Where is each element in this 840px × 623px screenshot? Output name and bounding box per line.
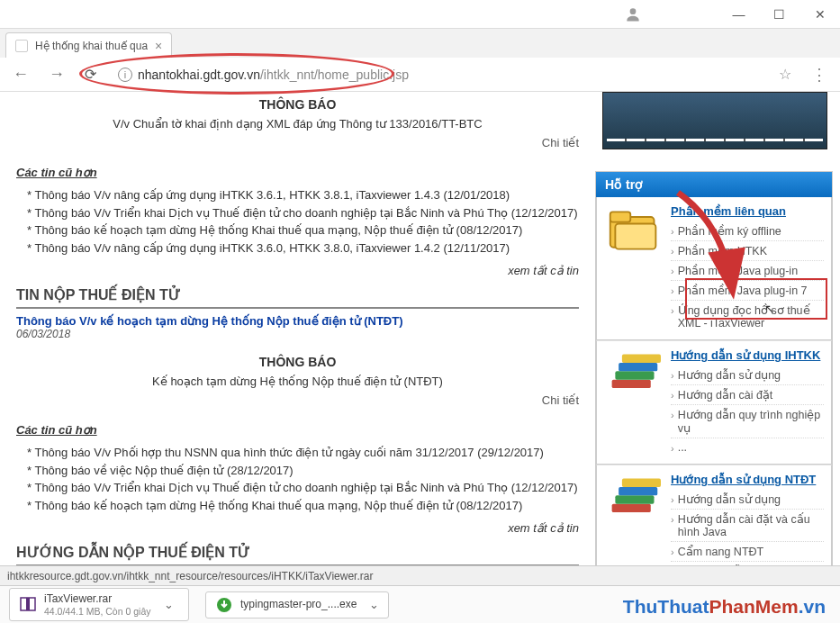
download-item[interactable]: typingmaster-pro_....exe ⌄ (205, 591, 389, 618)
support-heading: Hỗ trợ (596, 172, 832, 197)
forward-button[interactable]: → (43, 61, 70, 87)
featured-date: 06/03/2018 (16, 328, 579, 340)
chevron-right-icon: › (671, 285, 674, 296)
chevron-right-icon: › (671, 266, 674, 276)
sidebar-link[interactable]: ›Phần mềm ký offline (671, 221, 824, 240)
sidebar-link[interactable]: ›Cẩm nang NTĐT (671, 541, 824, 561)
featured-link[interactable]: Thông báo V/v kế hoạch tạm dừng Hệ thống… (16, 314, 579, 328)
browser-tab[interactable]: Hệ thống khai thuế qua × (5, 32, 172, 58)
close-button[interactable]: ✕ (799, 1, 840, 28)
svg-rect-8 (612, 504, 651, 512)
notice-heading: THÔNG BÁO (16, 97, 579, 112)
svg-rect-9 (615, 495, 654, 503)
svg-rect-5 (615, 371, 654, 379)
support-panel: Hỗ trợ Phần mềm liên quan ›Phần mềm ký o… (595, 171, 833, 565)
chevron-right-icon: › (671, 305, 674, 316)
list-item[interactable]: Thông báo kế hoạch tạm dừng Hệ thống Kha… (27, 497, 579, 515)
notice-body: Kế hoạch tạm dừng Hệ thống Nộp thuế điện… (16, 375, 579, 388)
support-block-guide-ntdt: Hướng dẫn sử dụng NTĐT ›Hướng dẫn sử dụn… (596, 465, 832, 565)
sidebar-link[interactable]: ›Hướng dẫn sử dụng (671, 366, 824, 384)
list-item[interactable]: Thông báo V/v nâng cấp ứng dụng iHTKK 3.… (27, 239, 579, 257)
list-item[interactable]: Thông báo V/v Triển khai Dịch vụ Thuế đi… (27, 204, 579, 222)
svg-rect-6 (619, 363, 657, 371)
back-button[interactable]: ← (7, 61, 34, 87)
svg-point-0 (630, 8, 637, 14)
section-heading: HƯỚNG DẪN NỘP THUẾ ĐIỆN TỬ (16, 544, 579, 565)
section-heading: TIN NỘP THUẾ ĐIỆN TỬ (16, 286, 579, 309)
window-titlebar: — ☐ ✕ (0, 0, 840, 29)
support-block-guide-ihtkk: Hướng dẫn sử dụng IHTKK ›Hướng dẫn sử dụ… (596, 340, 832, 465)
sidebar-link[interactable]: ›Hướng dẫn cài đặt và cấu hình Java (671, 509, 824, 541)
notice-heading: THÔNG BÁO (16, 355, 579, 369)
list-item[interactable]: Thông báo kế hoạch tạm dừng Hệ thống Kha… (27, 221, 579, 239)
chevron-right-icon: › (671, 226, 674, 237)
site-info-icon[interactable]: i (118, 68, 132, 82)
list-item[interactable]: Thông báo về việc Nộp thuế điện tử (28/1… (27, 462, 579, 480)
tab-close-icon[interactable]: × (155, 39, 162, 53)
list-item[interactable]: Thông báo V/v Phối hợp thu NSNN qua hình… (27, 444, 579, 462)
older-news-heading: Các tin cũ hơn (16, 423, 579, 437)
sidebar-link[interactable]: ›Phần mềm Java plug-in (671, 260, 824, 280)
address-bar: ← → ⟳ i nhantokhai.gdt.gov.vn/ihtkk_nnt/… (0, 58, 840, 92)
chevron-right-icon: › (671, 390, 674, 401)
block-title[interactable]: Hướng dẫn sử dụng IHTKK (671, 348, 824, 362)
block-title[interactable]: Hướng dẫn sử dụng NTĐT (671, 473, 824, 486)
sidebar: Hỗ trợ Phần mềm liên quan ›Phần mềm ký o… (595, 92, 840, 565)
chevron-right-icon: › (671, 494, 674, 505)
url-path: /ihtkk_nnt/home_public.jsp (260, 68, 409, 82)
bookmark-icon[interactable]: ☆ (779, 66, 791, 83)
sidebar-link-itaxviewer[interactable]: ›Ứng dụng đọc hồ sơ thuế XML - iTaxViewe… (671, 300, 824, 332)
video-thumbnail[interactable] (602, 92, 827, 149)
see-all-link[interactable]: xem tất cả tin (16, 264, 579, 277)
books-icon (604, 348, 664, 401)
download-filename: typingmaster-pro_....exe (240, 598, 357, 610)
archive-icon (19, 595, 37, 613)
favicon-icon (15, 40, 28, 52)
sidebar-link[interactable]: ›Hướng dẫn sử dụng (671, 490, 824, 509)
block-title[interactable]: Phần mềm liên quan (671, 204, 824, 218)
books-icon (604, 473, 664, 525)
chevron-down-icon[interactable]: ⌄ (369, 598, 379, 611)
browser-menu-icon[interactable]: ⋮ (811, 65, 827, 85)
svg-rect-13 (26, 598, 30, 610)
chevron-right-icon: › (671, 246, 674, 257)
svg-rect-4 (612, 380, 651, 388)
folder-icon (604, 204, 664, 257)
tab-title: Hệ thống khai thuế qua (35, 40, 148, 52)
chevron-down-icon[interactable]: ⌄ (164, 598, 174, 611)
download-progress: 44.0/44.1 MB, Còn 0 giây (44, 606, 151, 617)
maximize-button[interactable]: ☐ (759, 1, 799, 28)
profile-icon[interactable] (619, 1, 646, 28)
reload-button[interactable]: ⟳ (79, 62, 102, 86)
download-filename: iTaxViewer.rar (44, 592, 151, 605)
exe-icon (215, 596, 233, 614)
tab-bar: Hệ thống khai thuế qua × (0, 29, 840, 58)
minimize-button[interactable]: — (718, 1, 759, 28)
svg-rect-3 (615, 224, 655, 249)
watermark: ThuThuatPhanMem.vn (623, 596, 826, 618)
sidebar-link[interactable]: ›Phần mềm Java plug-in 7 (671, 280, 824, 300)
download-item[interactable]: iTaxViewer.rar 44.0/44.1 MB, Còn 0 giây … (9, 588, 189, 620)
see-all-link[interactable]: xem tất cả tin (16, 521, 579, 535)
sidebar-link[interactable]: ›Thông tin hỗ trợ (671, 561, 824, 565)
sidebar-link[interactable]: ›Hướng dẫn quy trình nghiệp vụ (671, 404, 824, 438)
sidebar-link[interactable]: ›Hướng dẫn cài đặt (671, 384, 824, 404)
main-content: THÔNG BÁO V/v Chuẩn tờ khai định dạng XM… (0, 92, 595, 565)
sidebar-link[interactable]: ›... (671, 438, 824, 456)
url-host: nhantokhai.gdt.gov.vn (138, 68, 260, 82)
older-news-list: Thông báo V/v nâng cấp ứng dụng iHTKK 3.… (16, 186, 579, 257)
notice-body: V/v Chuẩn tờ khai định dạng XML đáp ứng … (16, 117, 579, 131)
list-item[interactable]: Thông báo V/v Triển khai Dịch vụ Thuế đi… (27, 479, 579, 497)
svg-rect-11 (622, 479, 661, 487)
svg-rect-2 (610, 212, 631, 221)
chevron-right-icon: › (671, 443, 674, 454)
status-text: ihtkkresource.gdt.gov.vn/ihtkk_nnt_resou… (7, 570, 373, 582)
older-news-list: Thông báo V/v Phối hợp thu NSNN qua hình… (16, 444, 579, 514)
svg-rect-7 (622, 355, 661, 363)
list-item[interactable]: Thông báo V/v nâng cấp ứng dụng iHTKK 3.… (27, 186, 579, 204)
url-input[interactable]: i nhantokhai.gdt.gov.vn/ihtkk_nnt/home_p… (111, 64, 764, 86)
window-controls: — ☐ ✕ (718, 1, 840, 28)
detail-link[interactable]: Chi tiết (16, 136, 579, 149)
detail-link[interactable]: Chi tiết (16, 393, 579, 407)
sidebar-link[interactable]: ›Phần mềm HTKK (671, 240, 824, 260)
